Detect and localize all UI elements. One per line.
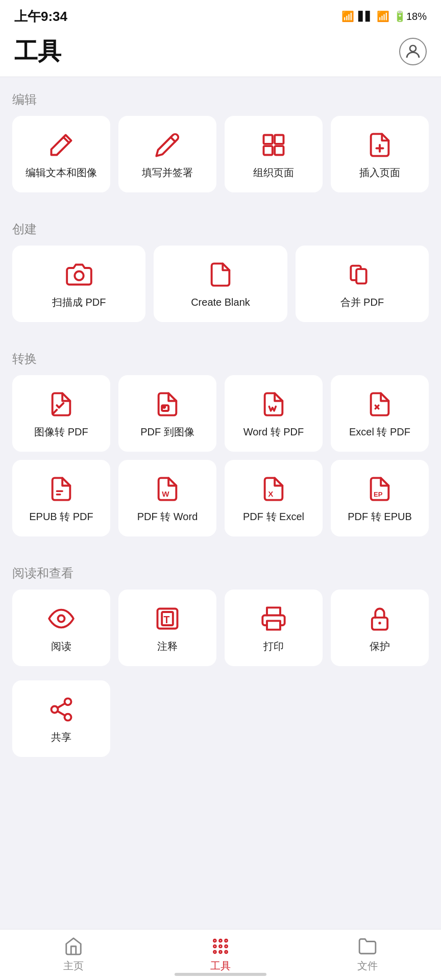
svg-text:EP: EP [374,491,383,498]
svg-point-31 [219,945,222,948]
svg-point-32 [225,945,228,948]
svg-point-29 [225,940,228,942]
epub-to-pdf-icon [48,476,75,502]
svg-rect-1 [264,135,273,144]
bluetooth-icon: 📶 [341,10,354,22]
card-edit-text-image[interactable]: 编辑文本和图像 [12,116,110,192]
card-epub-to-pdf[interactable]: EPUB 转 PDF [12,460,110,536]
status-icons: 📶 ▋▋ 📶 🔋18% [341,10,427,22]
card-scan-pdf-label: 扫描成 PDF [52,295,106,309]
merge-icon [349,261,375,288]
section-edit-title: 编辑 [12,91,429,108]
card-insert-page-label: 插入页面 [359,165,400,180]
card-pdf-to-epub[interactable]: EP PDF 转 EPUB [331,460,429,536]
svg-rect-2 [275,135,283,144]
section-read-view: 阅读和查看 阅读 T [0,551,441,757]
page-title: 工具 [14,36,61,67]
card-image-to-pdf[interactable]: 图像转 PDF [12,375,110,452]
section-create: 创建 扫描成 PDF C [0,207,441,322]
card-organize-pages-label: 组织页面 [253,165,294,180]
share-grid: 共享 [12,680,429,757]
print-icon [260,605,287,632]
card-pdf-to-word[interactable]: W PDF 转 Word [118,460,216,536]
eye-icon [48,605,75,632]
section-convert: 转换 图像转 PDF [0,336,441,536]
card-word-to-pdf-label: Word 转 PDF [243,425,304,439]
word-to-pdf-icon [260,391,287,418]
card-pdf-to-image[interactable]: PDF 到图像 [118,375,216,452]
card-scan-pdf[interactable]: 扫描成 PDF [12,246,145,322]
card-epub-to-pdf-label: EPUB 转 PDF [29,509,93,524]
svg-point-21 [378,622,381,624]
home-icon [64,937,83,956]
edit-grid: 编辑文本和图像 填写并签署 组织页面 [12,116,429,192]
content-area: 编辑 编辑文本和图像 填写并签署 [0,77,441,827]
svg-rect-19 [267,621,280,629]
svg-point-34 [219,951,222,953]
img-to-pdf-icon [48,391,75,418]
card-excel-to-pdf-label: Excel 转 PDF [349,425,410,439]
create-grid: 扫描成 PDF Create Blank [12,246,429,322]
card-pdf-to-excel[interactable]: X PDF 转 Excel [225,460,323,536]
nav-home-label: 主页 [63,959,84,973]
card-annotate-label: 注释 [157,639,178,653]
read-view-grid: 阅读 T 注释 [12,590,429,666]
status-bar: 上午9:34 📶 ▋▋ 📶 🔋18% [0,0,441,31]
tools-icon [211,937,230,956]
card-print-label: 打印 [263,639,284,653]
pdf-to-epub-icon: EP [366,476,393,502]
card-pdf-to-epub-label: PDF 转 EPUB [348,509,412,524]
camera-icon [66,261,92,288]
card-fill-sign-label: 填写并签署 [142,165,193,180]
doc-blank-icon [207,261,234,288]
card-insert-page[interactable]: 插入页面 [331,116,429,192]
svg-point-35 [225,951,228,953]
excel-to-pdf-icon [366,391,393,418]
card-excel-to-pdf[interactable]: Excel 转 PDF [331,375,429,452]
svg-rect-3 [264,146,273,155]
pdf-to-word-icon: W [154,476,181,502]
card-share[interactable]: 共享 [12,680,110,757]
lock-icon [366,605,393,632]
card-merge-pdf-label: 合并 PDF [340,295,384,309]
nav-item-files[interactable]: 文件 [294,929,441,980]
svg-rect-9 [356,269,366,283]
status-time: 上午9:34 [14,8,67,26]
card-fill-sign[interactable]: 填写并签署 [118,116,216,192]
section-convert-title: 转换 [12,351,429,367]
svg-point-33 [214,951,216,953]
card-pdf-to-excel-label: PDF 转 Excel [243,509,304,524]
section-create-title: 创建 [12,221,429,237]
nav-tools-label: 工具 [210,959,231,973]
pdf-to-img-icon [154,391,181,418]
card-organize-pages[interactable]: 组织页面 [225,116,323,192]
nav-files-label: 文件 [357,959,378,973]
svg-rect-4 [275,146,283,155]
card-edit-text-image-label: 编辑文本和图像 [26,165,97,180]
svg-text:W: W [162,489,169,498]
card-image-to-pdf-label: 图像转 PDF [34,425,88,439]
convert-grid: 图像转 PDF PDF 到图像 [12,375,429,536]
pdf-to-excel-icon: X [260,476,287,502]
svg-point-7 [75,272,83,280]
page-add-icon [366,132,393,158]
card-read-label: 阅读 [51,639,71,653]
card-pdf-to-image-label: PDF 到图像 [140,425,194,439]
text-box-icon: T [154,605,181,632]
svg-text:X: X [268,489,273,498]
wifi-icon: 📶 [377,10,389,22]
card-merge-pdf[interactable]: 合并 PDF [296,246,429,322]
nav-item-home[interactable]: 主页 [0,929,147,980]
card-read[interactable]: 阅读 [12,590,110,666]
section-read-view-title: 阅读和查看 [12,565,429,581]
card-create-blank[interactable]: Create Blank [154,246,287,322]
card-word-to-pdf[interactable]: Word 转 PDF [225,375,323,452]
header: 工具 [0,31,441,77]
card-protect[interactable]: 保护 [331,590,429,666]
avatar-button[interactable] [399,38,427,65]
svg-point-27 [214,940,216,942]
bottom-nav: 主页 工具 文件 [0,929,441,980]
card-print[interactable]: 打印 [225,590,323,666]
card-annotate[interactable]: T 注释 [118,590,216,666]
pencil-icon [48,132,75,158]
